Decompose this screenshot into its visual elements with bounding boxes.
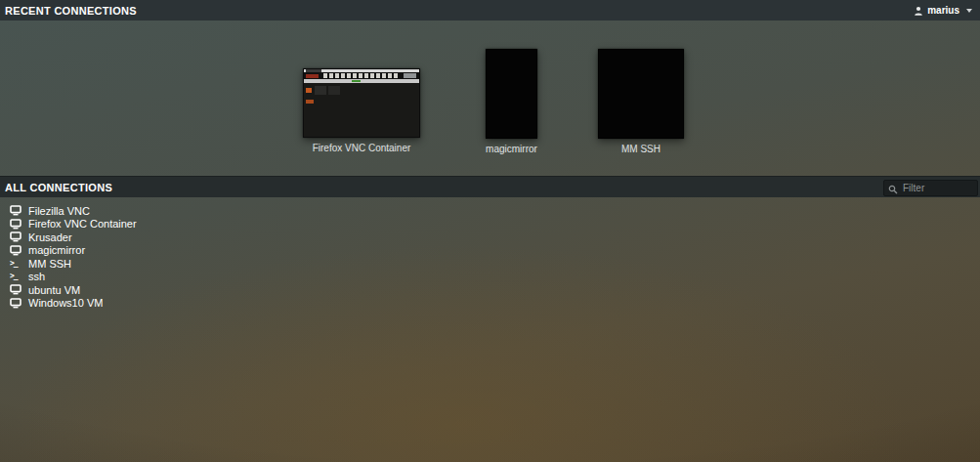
all-connections-title: ALL CONNECTIONS: [5, 182, 112, 193]
all-connections-bar: ALL CONNECTIONS: [0, 176, 980, 197]
monitor-icon: [10, 245, 22, 256]
top-bar: RECENT CONNECTIONS marius: [0, 0, 980, 21]
connection-thumbnail: [303, 68, 420, 138]
recent-connection-magicmirror[interactable]: magicmirror: [486, 49, 537, 154]
connection-thumbnail: [598, 49, 684, 139]
monitor-icon: [10, 298, 22, 309]
monitor-icon: [10, 231, 22, 242]
connection-item-ssh[interactable]: >_ ssh: [0, 271, 137, 284]
thumbnail-label: Firefox VNC Container: [313, 143, 411, 153]
connection-item-krusader[interactable]: Krusader: [0, 231, 137, 244]
terminal-icon: >_: [10, 273, 22, 280]
connection-name: Windows10 VM: [28, 297, 103, 309]
filter-box: [883, 178, 978, 196]
recent-connection-mm-ssh[interactable]: MM SSH: [598, 49, 684, 154]
thumbnail-label: MM SSH: [621, 144, 660, 154]
connection-name: Krusader: [28, 231, 72, 243]
connection-name: Filezilla VNC: [28, 205, 90, 217]
recent-connections-title: RECENT CONNECTIONS: [5, 5, 137, 17]
connection-item-ubuntu-vm[interactable]: ubuntu VM: [0, 283, 137, 297]
connection-name: ssh: [28, 271, 45, 282]
search-icon: [888, 181, 898, 198]
recent-connection-firefox-vnc-container[interactable]: Firefox VNC Container: [303, 68, 420, 153]
monitor-icon: [10, 205, 22, 216]
connection-item-windows10-vm[interactable]: Windows10 VM: [0, 297, 137, 311]
connection-list: Filezilla VNC Firefox VNC Container Krus…: [0, 204, 137, 310]
connection-name: magicmirror: [28, 244, 85, 256]
chevron-down-icon: [966, 9, 972, 13]
monitor-icon: [10, 219, 22, 230]
thumbnail-label: magicmirror: [486, 144, 537, 154]
connection-name: MM SSH: [28, 258, 71, 270]
connection-thumbnail: [486, 49, 537, 139]
user-menu[interactable]: marius: [914, 5, 972, 16]
user-icon: [914, 6, 923, 16]
terminal-icon: >_: [10, 260, 22, 268]
connection-item-magicmirror[interactable]: magicmirror: [0, 244, 137, 258]
connection-name: Firefox VNC Container: [28, 218, 137, 230]
monitor-icon: [10, 284, 22, 295]
connection-item-firefox-vnc-container[interactable]: Firefox VNC Container: [0, 218, 137, 231]
connection-name: ubuntu VM: [28, 284, 80, 296]
user-name: marius: [927, 5, 959, 16]
connection-item-filezilla-vnc[interactable]: Filezilla VNC: [0, 204, 137, 218]
connection-item-mm-ssh[interactable]: >_ MM SSH: [0, 257, 137, 271]
